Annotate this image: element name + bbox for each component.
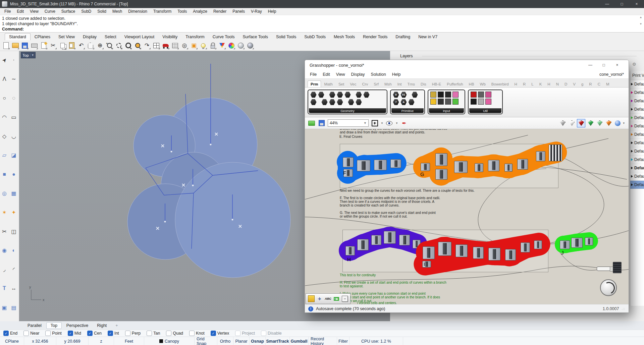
- palette-group-label[interactable]: Util: [469, 108, 501, 113]
- render-sphere-icon[interactable]: [237, 42, 245, 50]
- viewport-layout-icon[interactable]: [152, 42, 160, 50]
- component-icon[interactable]: [471, 99, 477, 105]
- point-snap-icon[interactable]: ▣: [190, 42, 198, 50]
- gh-tab-math-1[interactable]: Math: [321, 81, 335, 87]
- gh-component[interactable]: [438, 242, 451, 256]
- layer-row[interactable]: Defaul: [630, 122, 644, 130]
- layer-expand-icon[interactable]: [631, 83, 633, 85]
- viewport-tab-perspective[interactable]: Perspective: [62, 323, 92, 329]
- toolbar-tab-mesh-tools[interactable]: Mesh Tools: [330, 34, 359, 40]
- frame-target-icon[interactable]: [371, 119, 379, 127]
- gh-component[interactable]: [454, 161, 468, 173]
- status-canopy[interactable]: Canopy: [144, 337, 195, 345]
- component-icon[interactable]: [412, 92, 418, 98]
- checkbox-icon[interactable]: ✓: [3, 331, 9, 336]
- zoom-selected-icon[interactable]: [133, 42, 142, 50]
- viewport-tab-parallel[interactable]: Parallel: [23, 323, 46, 329]
- arc-icon[interactable]: ◠: [0, 113, 9, 121]
- checkbox-icon[interactable]: [125, 331, 130, 336]
- command-history[interactable]: 1 closed curve added to selection. 1 obj…: [0, 15, 644, 33]
- gh-tab-d-21[interactable]: D: [562, 81, 570, 87]
- layer-row[interactable]: Defaul: [630, 80, 644, 89]
- layer-expand-icon[interactable]: [631, 125, 633, 127]
- menu-help[interactable]: Help: [265, 8, 279, 14]
- toolbar-tab-subd-tools[interactable]: SubD Tools: [300, 34, 330, 40]
- component-icon[interactable]: [408, 99, 415, 105]
- osnap-near[interactable]: Near: [23, 331, 39, 336]
- status-osnap[interactable]: Osnap: [250, 337, 266, 345]
- point-icon[interactable]: ·: [9, 56, 18, 64]
- gh-tab-k-18[interactable]: K: [537, 81, 545, 87]
- color-wheel-icon[interactable]: [227, 42, 235, 50]
- layer-expand-icon[interactable]: [631, 108, 633, 111]
- gh-component[interactable]: [488, 248, 500, 261]
- component-icon[interactable]: [445, 99, 451, 105]
- gh-tab-l-17[interactable]: L: [529, 81, 536, 87]
- gh-tab-bowerbird-14[interactable]: Bowerbird: [489, 81, 512, 87]
- gem-orange-icon[interactable]: [605, 119, 612, 127]
- status-smarttrack[interactable]: SmartTrack: [266, 337, 290, 345]
- osnap-end[interactable]: ✓End: [3, 331, 17, 336]
- component-icon[interactable]: 01: [400, 92, 407, 98]
- undo-icon[interactable]: ↶: [77, 42, 85, 50]
- toolbar-tab-solid-tools[interactable]: Solid Tools: [272, 34, 300, 40]
- leader-arrow-icon[interactable]: ↔: [9, 284, 18, 293]
- shaded-sphere-icon[interactable]: [246, 42, 254, 50]
- component-icon[interactable]: [471, 92, 477, 98]
- gh-component[interactable]: [399, 235, 410, 245]
- component-icon[interactable]: [337, 92, 343, 98]
- collapse-button-icon[interactable]: −: [341, 295, 348, 302]
- rotate-view-icon[interactable]: ⊕: [96, 42, 104, 50]
- osnap-vertex[interactable]: ✓Vertex: [211, 331, 229, 336]
- toolbar-tab-curve-tools[interactable]: Curve Tools: [209, 34, 239, 40]
- layer-row[interactable]: Defau: [630, 164, 644, 172]
- toolbar-tab-display[interactable]: Display: [79, 34, 101, 40]
- menu-mesh[interactable]: Mesh: [109, 8, 125, 14]
- chevron-down-icon[interactable]: ▼: [395, 122, 398, 125]
- gh-tab-g-23[interactable]: g: [579, 81, 586, 87]
- osnap-project[interactable]: Project: [235, 331, 255, 336]
- checkbox-icon[interactable]: [166, 331, 171, 336]
- layer-row[interactable]: Defaul: [630, 97, 644, 105]
- spheres-icon[interactable]: ●: [9, 170, 18, 179]
- toolbar-tab-visibility[interactable]: Visibility: [158, 34, 181, 40]
- trim-icon[interactable]: ✂: [0, 227, 9, 236]
- paint-attach-icon[interactable]: [40, 42, 48, 50]
- resize-grip[interactable]: .::: [622, 307, 625, 310]
- gem-green-off-icon[interactable]: [596, 119, 603, 127]
- gh-component[interactable]: [475, 163, 483, 172]
- toolbar-tab-render-tools[interactable]: Render Tools: [359, 34, 391, 40]
- gh-component[interactable]: [357, 160, 370, 171]
- gem-white-icon[interactable]: [568, 119, 576, 127]
- layer-expand-icon[interactable]: [631, 150, 633, 153]
- gh-tab-wb-13[interactable]: Wb: [477, 81, 488, 87]
- component-icon[interactable]: [452, 92, 459, 98]
- osnap-disable[interactable]: Disable: [261, 331, 282, 336]
- component-icon[interactable]: [318, 92, 324, 98]
- gh-component[interactable]: [345, 246, 355, 255]
- gh-tab-m-26[interactable]: M: [603, 81, 612, 87]
- minimize-icon[interactable]: —: [600, 0, 614, 8]
- gh-tab-set-2[interactable]: Set: [336, 81, 347, 87]
- layer-row[interactable]: Defaul: [630, 139, 644, 147]
- toolbar-tab-transform[interactable]: Transform: [181, 34, 209, 40]
- gh-component[interactable]: [504, 164, 513, 172]
- gh-tab-r-24[interactable]: R: [586, 81, 594, 87]
- checkbox-icon[interactable]: ✓: [87, 331, 93, 336]
- gh-tab-hb-e-10[interactable]: HB-E: [429, 81, 444, 87]
- gh-tab-h-15[interactable]: H: [512, 81, 520, 87]
- gh-component[interactable]: [421, 163, 430, 171]
- circle-icon[interactable]: ○: [0, 94, 9, 103]
- menu-analyze[interactable]: Analyze: [190, 8, 210, 14]
- status-record-history[interactable]: Record History: [309, 337, 337, 345]
- gh-tab-trns-8[interactable]: Trns: [405, 81, 418, 87]
- undo-view-icon[interactable]: ↷: [143, 42, 151, 50]
- paste-icon[interactable]: [68, 42, 76, 50]
- component-icon[interactable]: [356, 99, 362, 105]
- relay-icon[interactable]: N▶: [333, 295, 340, 302]
- preview-eye-icon[interactable]: [385, 119, 393, 127]
- split-icon[interactable]: ◫: [9, 227, 18, 236]
- status-x-32-456[interactable]: x 32.456: [24, 337, 56, 345]
- checkbox-icon[interactable]: [147, 331, 152, 336]
- cplane-circle-icon[interactable]: ◎: [180, 42, 189, 50]
